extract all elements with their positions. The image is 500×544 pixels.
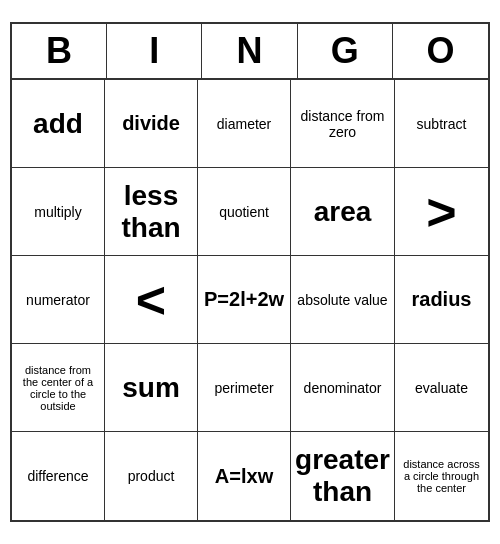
bingo-cell-5: multiply — [12, 168, 105, 256]
bingo-cell-6: less than — [105, 168, 198, 256]
bingo-cell-11: < — [105, 256, 198, 344]
header-letter-n: N — [202, 24, 297, 78]
header-letter-o: O — [393, 24, 488, 78]
bingo-cell-13: absolute value — [291, 256, 395, 344]
bingo-cell-7: quotient — [198, 168, 291, 256]
header-letter-i: I — [107, 24, 202, 78]
bingo-cell-22: A=lxw — [198, 432, 291, 520]
bingo-cell-3: distance from zero — [291, 80, 395, 168]
header-letter-b: B — [12, 24, 107, 78]
bingo-card: BINGO adddividediameterdistance from zer… — [10, 22, 490, 522]
bingo-cell-20: difference — [12, 432, 105, 520]
bingo-cell-0: add — [12, 80, 105, 168]
bingo-header: BINGO — [12, 24, 488, 80]
bingo-cell-21: product — [105, 432, 198, 520]
bingo-cell-17: perimeter — [198, 344, 291, 432]
bingo-cell-23: greater than — [291, 432, 395, 520]
bingo-cell-2: diameter — [198, 80, 291, 168]
bingo-cell-10: numerator — [12, 256, 105, 344]
bingo-cell-15: distance from the center of a circle to … — [12, 344, 105, 432]
bingo-cell-24: distance across a circle through the cen… — [395, 432, 488, 520]
header-letter-g: G — [298, 24, 393, 78]
bingo-cell-14: radius — [395, 256, 488, 344]
bingo-cell-9: > — [395, 168, 488, 256]
bingo-cell-12: P=2l+2w — [198, 256, 291, 344]
bingo-cell-19: evaluate — [395, 344, 488, 432]
bingo-cell-16: sum — [105, 344, 198, 432]
bingo-cell-1: divide — [105, 80, 198, 168]
bingo-grid: adddividediameterdistance from zerosubtr… — [12, 80, 488, 520]
bingo-cell-8: area — [291, 168, 395, 256]
bingo-cell-18: denominator — [291, 344, 395, 432]
bingo-cell-4: subtract — [395, 80, 488, 168]
